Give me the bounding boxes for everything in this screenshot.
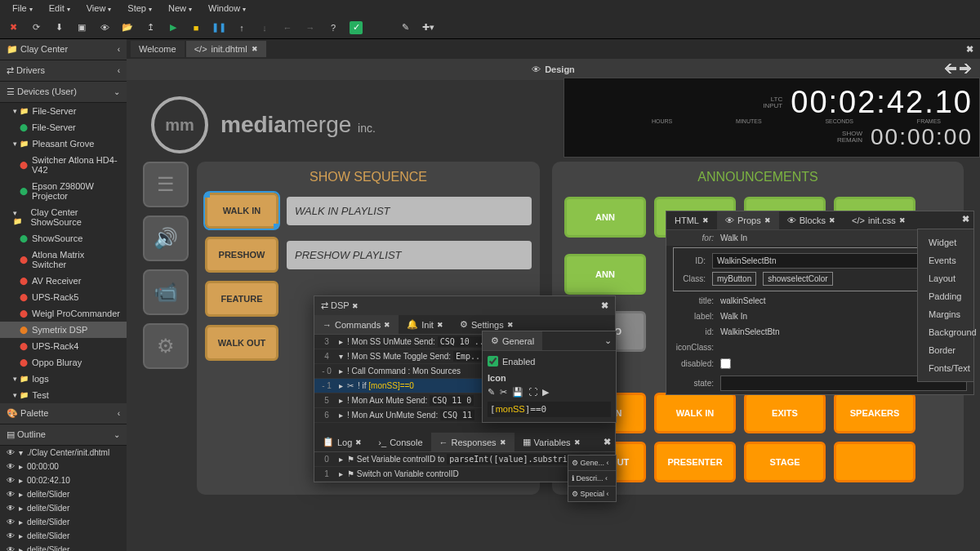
walk-in-button[interactable]: WALK IN	[205, 193, 278, 229]
close-icon[interactable]: ✖	[601, 300, 608, 311]
preshow-field[interactable]: PRESHOW PLAYLIST	[287, 241, 532, 269]
side-tab[interactable]: ⚙ Special ‹	[568, 487, 616, 501]
tab-init-dhtml[interactable]: </> init.dhtml ✖	[186, 41, 266, 57]
tree-item[interactable]: ⬤File-Server	[0, 119, 127, 136]
download-icon[interactable]: ⬇	[52, 21, 65, 34]
expand-icon[interactable]: ⛶	[528, 387, 537, 398]
class-tag[interactable]: showselectColor	[763, 272, 832, 286]
tree-item[interactable]: ⬤Weigl ProCommander	[0, 305, 127, 322]
tab-html[interactable]: HTML ✖	[666, 211, 717, 229]
tree-item[interactable]: ▾ 📁Pleasant Grove	[0, 136, 127, 152]
close-all-icon[interactable]: ✖	[966, 44, 973, 55]
menu-edit[interactable]: Edit	[41, 3, 78, 13]
down-arrow-icon[interactable]: ↓	[258, 21, 271, 34]
close-icon[interactable]: ✖	[352, 302, 359, 310]
close-icon[interactable]: ✖	[252, 45, 258, 53]
panel-drivers[interactable]: ⇄ Drivers ‹	[0, 60, 127, 82]
tree-item[interactable]: ▾ 📁Clay Center ShowSource	[0, 204, 127, 230]
back-icon[interactable]: ←	[281, 21, 294, 34]
tab-variables[interactable]: ▦ Variables ✖	[514, 433, 589, 451]
tree-item[interactable]: ⬤Oppo Bluray	[0, 354, 127, 371]
refresh-icon[interactable]: ⟳	[29, 21, 42, 34]
tab-log[interactable]: 📋 Log ✖	[314, 433, 370, 451]
side-tab[interactable]: ⚙ Gene... ‹	[568, 455, 616, 471]
props-category[interactable]: Widget	[922, 233, 969, 251]
tree-item[interactable]: ⬤Switcher Atlona HD4-V42	[0, 152, 127, 178]
tree-item[interactable]: ⬤UPS-Rack5	[0, 289, 127, 305]
feature-button[interactable]: FEATURE	[205, 281, 278, 317]
outline-item[interactable]: 👁▸delite/Slider	[0, 501, 127, 515]
id-input[interactable]	[712, 253, 929, 269]
list-icon-button[interactable]: ☰	[143, 162, 189, 207]
save-icon[interactable]: 💾	[512, 387, 523, 398]
props-category[interactable]: Padding	[922, 287, 969, 305]
tab-commands[interactable]: → Commands ✖	[314, 315, 399, 334]
nav-forward-icon[interactable]: 🡲	[959, 62, 972, 77]
panel-palette[interactable]: 🎨 Palette ‹	[0, 403, 127, 424]
play-icon[interactable]: ▶	[167, 21, 180, 34]
outline-item[interactable]: 👁▾./Clay Center/init.dhtml	[0, 446, 127, 460]
panel-devices[interactable]: ☰ Devices (User) ⌄	[0, 82, 127, 103]
tree-item[interactable]: ⬤Atlona Matrix Switcher	[0, 247, 127, 273]
tab-props[interactable]: 👁 Props ✖	[717, 211, 779, 229]
save-icon[interactable]: ▣	[75, 21, 88, 34]
nav-back-icon[interactable]: 🡰	[944, 62, 957, 77]
tab-general[interactable]: ⚙ General	[483, 331, 542, 350]
menu-view[interactable]: View	[78, 3, 120, 13]
close-icon[interactable]: ✖	[962, 214, 969, 224]
walk-in-field[interactable]: WALK IN PLAYLIST	[287, 197, 532, 225]
stop-icon[interactable]: ■	[189, 21, 203, 34]
edit-icon[interactable]: ✎	[399, 21, 412, 34]
tree-item[interactable]: ⬤Epson Z9800W Projector	[0, 178, 127, 204]
menu-step[interactable]: Step	[119, 3, 160, 13]
tree-item[interactable]: ▾ 📁Test	[0, 387, 127, 403]
add-icon[interactable]: ✚▾	[421, 21, 434, 34]
tree-item[interactable]: ⬤ShowSource	[0, 230, 127, 247]
preshow-button[interactable]: PRESHOW	[205, 237, 278, 273]
walk-out-button[interactable]: WALK OUT	[205, 325, 278, 361]
up-arrow-icon[interactable]: ↑	[235, 21, 248, 34]
tree-item[interactable]: ▾ 📁File-Server	[0, 103, 127, 119]
props-category[interactable]: Layout	[922, 269, 969, 287]
upload-icon[interactable]: ↥	[144, 21, 157, 34]
outline-item[interactable]: 👁▸delite/Slider	[0, 515, 127, 529]
settings-icon-button[interactable]: ⚙	[143, 323, 189, 369]
scissors-icon[interactable]: ✂	[500, 387, 507, 398]
walk-in-preset-button[interactable]: WALK IN	[654, 393, 736, 433]
stage-button[interactable]: STAGE	[744, 442, 826, 482]
props-category[interactable]: Events	[922, 251, 969, 269]
props-category[interactable]: Background	[922, 323, 969, 341]
outline-item[interactable]: 👁▸delite/Slider	[0, 543, 127, 551]
tab-responses[interactable]: ← Responses ✖	[431, 433, 514, 451]
tree-item[interactable]: ⬤Symetrix DSP	[0, 322, 127, 338]
outline-item[interactable]: 👁▸00:02:42.10	[0, 473, 127, 487]
props-category[interactable]: Border	[922, 341, 969, 359]
help-icon[interactable]: ?	[327, 21, 340, 34]
menu-new[interactable]: New	[160, 3, 200, 13]
video-icon-button[interactable]: 📹	[143, 269, 189, 315]
menu-window[interactable]: Window	[200, 3, 254, 13]
tree-item[interactable]: ▾ 📁logs	[0, 371, 127, 387]
props-category[interactable]: Margins	[922, 305, 969, 323]
chevron-down-icon[interactable]: ⌄	[600, 331, 616, 350]
edit-icon[interactable]: ✎	[488, 387, 495, 398]
pause-icon[interactable]: ❚❚	[212, 21, 225, 34]
forward-icon[interactable]: →	[304, 21, 317, 34]
presenter-button[interactable]: PRESENTER	[654, 442, 736, 482]
tab-blocks[interactable]: 👁 Blocks ✖	[779, 211, 844, 229]
eye-icon[interactable]: 👁	[98, 21, 111, 34]
tab-init-css[interactable]: </> init.css ✖	[844, 211, 914, 229]
props-category[interactable]: Fonts/Text	[922, 359, 969, 377]
side-tab[interactable]: ℹ Descri... ‹	[568, 471, 616, 487]
exits-button[interactable]: EXITS	[744, 393, 826, 433]
menu-file[interactable]: File	[4, 3, 41, 13]
outline-item[interactable]: 👁▸delite/Slider	[0, 487, 127, 501]
tree-item[interactable]: ⬤AV Receiver	[0, 273, 127, 289]
outline-item[interactable]: 👁▸00:00:00	[0, 460, 127, 473]
folder-open-icon[interactable]: 📂	[121, 21, 134, 34]
checkbox[interactable]	[720, 358, 731, 369]
tab-console[interactable]: ›_ Console	[370, 433, 430, 451]
check-icon[interactable]: ✓	[350, 21, 363, 34]
outline-item[interactable]: 👁▸delite/Slider	[0, 529, 127, 543]
announce-button[interactable]: ANN	[564, 197, 646, 238]
